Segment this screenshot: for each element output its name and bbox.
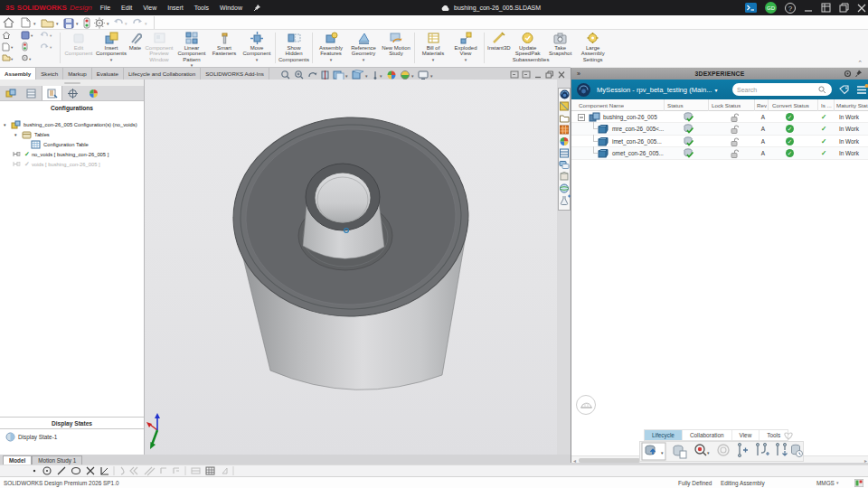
- view-settings-icon[interactable]: [419, 71, 428, 80]
- assistant-icon[interactable]: [576, 395, 596, 415]
- section-view-icon[interactable]: [322, 70, 328, 80]
- tab-collaboration[interactable]: Collaboration: [683, 430, 732, 440]
- graphics-viewport[interactable]: [145, 80, 557, 455]
- doc-prev-icon[interactable]: [511, 71, 518, 78]
- sketch-convert-icon[interactable]: [130, 467, 137, 474]
- tree-item-voids[interactable]: ✓ voids [ bushing_con-26_005 ]: [13, 159, 100, 169]
- save-to-3dx-button[interactable]: ▾: [642, 443, 665, 460]
- menu-view[interactable]: View: [143, 5, 156, 11]
- col-convert-status[interactable]: Convert Status: [772, 102, 809, 108]
- taskpane-3dexperience-icon[interactable]: [561, 90, 570, 99]
- favorites-heart-icon[interactable]: [783, 431, 794, 440]
- sketch-spline-icon[interactable]: [87, 467, 94, 474]
- ribbon-exploded-view[interactable]: Exploded View▾: [449, 30, 482, 67]
- ribbon-mate[interactable]: Mate: [127, 30, 143, 67]
- ribbon-instant3d[interactable]: Instant3D: [486, 30, 512, 67]
- col-maturity[interactable]: Maturity Stat...: [836, 102, 868, 108]
- open-button[interactable]: [42, 20, 53, 27]
- taskpane-design-library-icon[interactable]: [561, 116, 570, 122]
- close-button[interactable]: [857, 4, 866, 13]
- collapse-arrow-icon[interactable]: ▾: [14, 132, 22, 137]
- save-button[interactable]: [64, 19, 73, 28]
- ribbon-show-hidden[interactable]: Show Hidden Components: [278, 30, 310, 67]
- sketch-offset-icon[interactable]: [145, 467, 155, 475]
- scroll-left-icon[interactable]: ◂: [573, 457, 576, 464]
- help-icon[interactable]: ?: [785, 3, 796, 14]
- menu-window[interactable]: Window: [220, 5, 242, 11]
- sketch-trim-icon[interactable]: [121, 467, 124, 474]
- redo-button[interactable]: [42, 44, 49, 48]
- col-is[interactable]: Is ...: [821, 102, 832, 108]
- tab-lifecycle-collaboration[interactable]: Lifecycle and Collaboration: [124, 68, 201, 80]
- apps-grid-button[interactable]: [821, 3, 831, 13]
- tab-markup[interactable]: Markup: [63, 68, 92, 80]
- sync-button[interactable]: [718, 445, 729, 455]
- tab-lifecycle[interactable]: Lifecycle: [645, 430, 683, 440]
- 3dexperience-compass-icon[interactable]: [576, 82, 591, 98]
- menu-file[interactable]: File: [100, 5, 110, 11]
- ribbon-edit-component[interactable]: Edit Component: [62, 30, 95, 67]
- scroll-right-icon[interactable]: ▸: [864, 457, 867, 464]
- search-icon[interactable]: [818, 86, 826, 94]
- table-row[interactable]: mre_con-26_005<... A ✓ ✓ In Work: [571, 123, 868, 135]
- undo-button[interactable]: [114, 20, 122, 24]
- minimize-button[interactable]: [804, 4, 813, 13]
- tab-dimxpert-manager[interactable]: [62, 86, 83, 100]
- sketch-mirror-icon[interactable]: [161, 468, 166, 474]
- doc-close-icon[interactable]: [559, 72, 564, 79]
- sketch-ellipse-icon[interactable]: [72, 468, 80, 474]
- tab-assembly[interactable]: Assembly: [0, 68, 36, 80]
- ribbon-component-preview[interactable]: Component Preview Window: [143, 30, 175, 67]
- col-status[interactable]: Status: [667, 102, 684, 108]
- table-row[interactable]: bushing_con-26_005 A ✓ ✓ In Work: [571, 111, 868, 123]
- menu-edit[interactable]: Edit: [121, 5, 132, 11]
- ribbon-reference-geometry[interactable]: Reference Geometry▾: [347, 30, 380, 67]
- sketch-point-icon[interactable]: [33, 470, 35, 472]
- ribbon-large-assembly-settings[interactable]: Large Assembly Settings: [577, 30, 609, 67]
- home-button[interactable]: [3, 33, 10, 39]
- col-lock-status[interactable]: Lock Status: [712, 102, 741, 108]
- options-button[interactable]: [94, 18, 105, 29]
- options-button[interactable]: [23, 55, 27, 60]
- ribbon-new-motion-study[interactable]: New Motion Study: [380, 30, 412, 67]
- panel-pin-icon[interactable]: [855, 70, 863, 78]
- panel-settings-icon[interactable]: [844, 70, 852, 78]
- ribbon-linear-pattern[interactable]: Linear Component Pattern▾: [175, 30, 208, 67]
- menu-insert[interactable]: Insert: [167, 5, 184, 11]
- table-row[interactable]: imet_con-26_005... A ✓ ✓ In Work: [571, 136, 868, 147]
- session-dropdown-icon[interactable]: ▾: [714, 87, 717, 93]
- taskpane-forum-icon[interactable]: [560, 162, 569, 169]
- taskpane-view-palette-icon[interactable]: [561, 173, 568, 181]
- sketch-grid-icon[interactable]: [206, 467, 214, 474]
- tree-item-no-voids[interactable]: ✓ no_voids [ bushing_con-26_005 ]: [13, 149, 108, 159]
- redo-button[interactable]: [134, 20, 142, 24]
- tab-property-manager[interactable]: [21, 86, 42, 100]
- table-row[interactable]: omet_con-26_005... A ✓ ✓ In Work: [571, 147, 868, 159]
- home-button[interactable]: [4, 18, 14, 27]
- display-style-icon[interactable]: [353, 70, 363, 80]
- branch-add-button[interactable]: [756, 443, 769, 455]
- collapse-arrow-icon[interactable]: ▾: [4, 122, 11, 127]
- branch-down-button[interactable]: [776, 443, 787, 455]
- tab-display-manager[interactable]: [83, 86, 104, 100]
- appearance-icon[interactable]: [388, 71, 396, 80]
- doc-restore-icon[interactable]: [546, 71, 553, 78]
- menu-hamburger-icon[interactable]: [856, 84, 868, 96]
- col-component-name[interactable]: Component Name: [579, 102, 624, 108]
- taskpane-resources-icon[interactable]: [561, 102, 569, 110]
- units-selector[interactable]: MMGS: [816, 480, 835, 486]
- tree-item-root[interactable]: ▾ bushing_con-26_005 Configuration(s) (n…: [4, 119, 137, 129]
- tab-solidworks-addins[interactable]: SOLIDWORKS Add-Ins: [201, 68, 269, 80]
- db-history-button[interactable]: [792, 445, 803, 456]
- sketch-angle-icon[interactable]: [101, 467, 108, 474]
- 3dx-status-icon[interactable]: [854, 479, 863, 487]
- insert-rev-button[interactable]: [738, 443, 748, 456]
- tag-icon[interactable]: [839, 85, 850, 95]
- taskpane-custom-properties-icon[interactable]: [561, 149, 569, 157]
- units-dropdown-icon[interactable]: ▾: [836, 480, 839, 485]
- new-document-button[interactable]: [22, 18, 30, 27]
- publish-button[interactable]: [84, 18, 90, 28]
- zoom-area-icon[interactable]: [296, 71, 303, 79]
- display-state-item[interactable]: Display State-1: [5, 432, 57, 442]
- sketch-circle-icon[interactable]: [43, 467, 51, 474]
